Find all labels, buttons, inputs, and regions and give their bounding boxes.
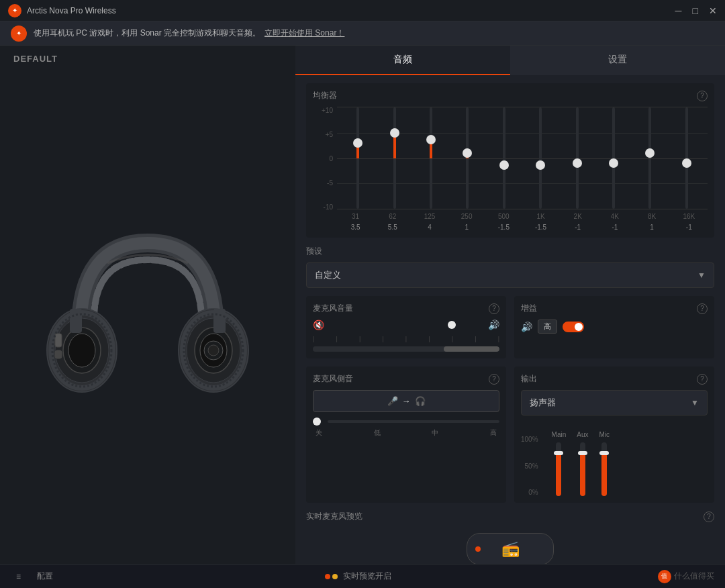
eq-thumb-2k[interactable]	[573, 158, 582, 168]
mic-volume-title: 麦克风音量	[313, 303, 353, 314]
eq-thumb-16k[interactable]	[682, 158, 691, 168]
eq-grid	[337, 107, 708, 209]
eq-thumb-8k[interactable]	[645, 148, 655, 158]
eq-thumb-125[interactable]	[426, 135, 436, 144]
eq-slider-62[interactable]	[387, 107, 402, 209]
sidetone-box: 麦克风侧音 ? 🎤 → 🎧 关	[306, 366, 506, 503]
eq-help-icon[interactable]: ?	[697, 91, 708, 101]
output-value: 扬声器	[530, 397, 556, 409]
aux-fader[interactable]	[580, 442, 585, 496]
eq-thumb-250[interactable]	[463, 148, 472, 158]
sidetone-title: 麦克风侧音	[313, 373, 353, 385]
preset-title: 预设	[306, 246, 322, 257]
eq-thumb-31[interactable]	[353, 138, 362, 148]
close-button[interactable]: ✕	[709, 5, 717, 16]
eq-x-labels: 31 62 125 250 500 1K 2K 4K 8K 16K	[337, 213, 708, 220]
output-dropdown[interactable]: 扬声器 ▼	[521, 390, 708, 415]
eq-slider-250[interactable]	[460, 107, 475, 209]
app-icon: ✦	[8, 4, 21, 17]
level-meter	[313, 346, 499, 352]
eq-slider-8k[interactable]	[642, 107, 657, 209]
main-fader-fill	[556, 453, 561, 496]
headphone-image	[40, 209, 255, 424]
svg-point-3	[68, 334, 95, 367]
eq-slider-500[interactable]	[497, 107, 512, 209]
tab-settings[interactable]: 设置	[510, 46, 725, 75]
eq-slider-2k[interactable]	[570, 107, 585, 209]
eq-slider-16k[interactable]	[679, 107, 694, 209]
preset-value: 自定义	[315, 269, 341, 281]
mic-volume-box: 麦克风音量 ? 🔇 🔊	[306, 296, 506, 358]
sidetone-button[interactable]: 🎤 → 🎧	[313, 390, 499, 412]
realtime-button[interactable]: 📻	[467, 533, 554, 564]
left-panel: DEFAULT	[0, 46, 295, 564]
mic-fader-fill	[601, 453, 607, 496]
config-button[interactable]: 配置	[32, 568, 58, 585]
mic-boost-row: 麦克风音量 ? 🔇 🔊	[306, 296, 714, 358]
realtime-title: 实时麦克风预览	[306, 511, 362, 522]
watermark: 值 什么值得买	[658, 570, 714, 583]
main-fader[interactable]	[556, 442, 561, 496]
boost-badge: 高	[538, 320, 557, 334]
mic-level-area: | | | | | | | | |	[313, 336, 499, 352]
boost-help[interactable]: ?	[697, 303, 708, 314]
mic-fader-thumb[interactable]	[599, 451, 609, 455]
main-layout: DEFAULT	[0, 46, 725, 564]
mic-volume-header: 麦克风音量 ?	[313, 303, 499, 314]
tabs-container: 音频 设置	[295, 46, 725, 75]
boost-toggle[interactable]	[563, 322, 584, 332]
svg-point-10	[208, 345, 219, 356]
eq-slider-125[interactable]	[424, 107, 438, 209]
mic-fader-col: Mic	[599, 431, 610, 496]
sidetone-help[interactable]: ?	[489, 374, 499, 385]
headphone-area	[0, 69, 295, 564]
preview-dots	[325, 574, 338, 579]
bottom-right: 值 什么值得买	[658, 570, 714, 583]
panel-content: 均衡器 ? +10 +5 0 -5 -10	[295, 75, 725, 564]
notif-text: 使用耳机玩 PC 游戏时，利用 Sonar 完全控制游戏和聊天音频。	[34, 28, 260, 39]
sidetone-track[interactable]	[328, 420, 499, 423]
svg-rect-14	[55, 334, 62, 347]
eq-thumb-4k[interactable]	[609, 158, 618, 168]
realtime-help[interactable]: ?	[704, 511, 714, 522]
sidetone-labels: 关 低 中 高	[313, 428, 499, 438]
eq-track-31	[356, 107, 359, 209]
mic-slider-thumb[interactable]	[448, 321, 456, 329]
eq-thumb-62[interactable]	[390, 128, 399, 138]
mic-fader[interactable]	[601, 442, 607, 496]
window-title: Arctis Nova Pro Wireless	[27, 6, 675, 15]
realtime-header: 实时麦克风预览 ?	[306, 511, 714, 522]
eq-thumb-1k[interactable]	[536, 160, 545, 170]
aux-fader-thumb[interactable]	[578, 451, 587, 455]
maximize-button[interactable]: □	[693, 5, 698, 16]
minimize-button[interactable]: ─	[675, 5, 682, 16]
section-label: DEFAULT	[0, 46, 295, 69]
preset-dropdown[interactable]: 自定义 ▼	[306, 262, 714, 288]
mic-icon: 🎤	[387, 396, 398, 406]
notif-icon: ✦	[11, 26, 27, 42]
eq-slider-31[interactable]	[350, 107, 365, 209]
eq-slider-1k[interactable]	[533, 107, 548, 209]
main-fader-thumb[interactable]	[554, 451, 563, 455]
bottom-bar: ≡ 配置 实时预览开启 值 什么值得买	[0, 564, 725, 588]
list-button[interactable]: ≡	[11, 569, 26, 584]
output-help[interactable]: ?	[697, 374, 708, 385]
watermark-text: 什么值得买	[674, 571, 714, 582]
eq-container: +10 +5 0 -5 -10	[313, 107, 708, 231]
realtime-section: 实时麦克风预览 ? 📻	[306, 511, 714, 564]
notif-link[interactable]: 立即开始使用 Sonar！	[264, 28, 344, 39]
eq-y-labels: +10 +5 0 -5 -10	[313, 107, 337, 211]
tab-audio[interactable]: 音频	[295, 46, 510, 75]
toggle-knob	[575, 323, 583, 331]
fader-group: 100% 50% 0% Main	[521, 422, 708, 496]
sidetone-dot	[313, 418, 321, 426]
eq-thumb-500[interactable]	[499, 160, 509, 170]
svg-rect-12	[70, 309, 82, 333]
boost-title: 增益	[521, 303, 537, 314]
sidetone-slider-row	[313, 418, 499, 426]
speaker-icon: 🔊	[521, 322, 532, 332]
eq-slider-4k[interactable]	[606, 107, 621, 209]
title-bar: ✦ Arctis Nova Pro Wireless ─ □ ✕	[0, 0, 725, 21]
mic-wave-icon: 📻	[501, 540, 520, 558]
mic-volume-help[interactable]: ?	[489, 303, 499, 314]
